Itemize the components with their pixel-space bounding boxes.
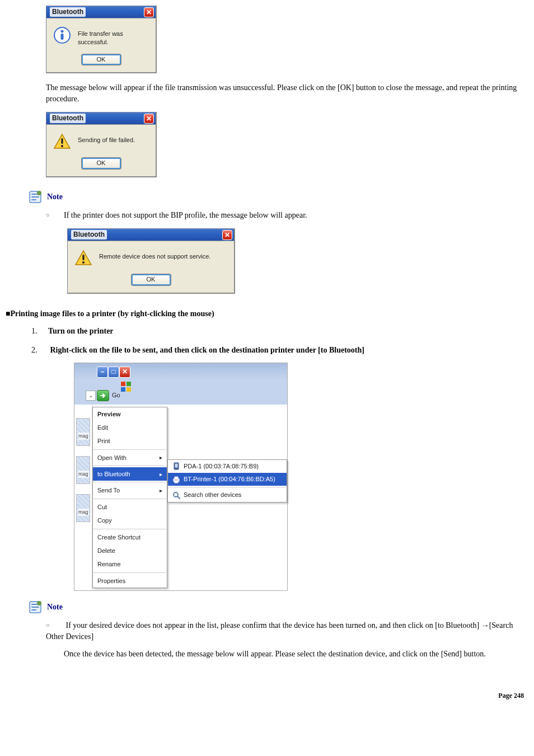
menu-delete[interactable]: Delete (93, 544, 167, 557)
dialog-message: Sending of file failed. (78, 133, 135, 144)
maximize-icon[interactable]: □ (108, 367, 119, 378)
menu-create-shortcut[interactable]: Create Shortcut (93, 530, 167, 544)
printer-icon (172, 476, 180, 483)
close-icon[interactable]: ✕ (222, 230, 232, 240)
svg-point-7 (37, 191, 41, 195)
warning-icon (53, 133, 71, 151)
note-icon (28, 190, 43, 204)
svg-rect-12 (127, 382, 131, 386)
menu-edit[interactable]: Edit (93, 421, 167, 434)
svg-point-1 (61, 30, 64, 33)
svg-point-23 (37, 601, 41, 605)
svg-rect-4 (61, 138, 63, 144)
dropdown-icon[interactable]: ⌄ (86, 391, 96, 401)
menu-preview[interactable]: Preview (93, 407, 167, 421)
svg-rect-2 (61, 34, 64, 40)
info-icon (53, 26, 71, 44)
svg-rect-14 (127, 387, 131, 392)
minimize-icon[interactable]: – (97, 367, 108, 378)
dialog-bluetooth-success: Bluetooth ✕ File transfer was successful… (46, 6, 157, 73)
step-2: Right-click on the file to be sent, and … (31, 345, 528, 591)
close-icon[interactable]: ✕ (144, 114, 154, 124)
svg-rect-9 (82, 255, 84, 260)
menu-to-bluetooth[interactable]: to Bluetooth▸ (93, 467, 167, 481)
ok-button[interactable]: OK (81, 157, 121, 169)
dialog-title: Bluetooth (50, 7, 86, 17)
note-item-bip: If the printer does not support the BIP … (46, 210, 528, 221)
svg-rect-18 (175, 477, 178, 479)
note-label: Note (47, 602, 63, 613)
file-thumbnail[interactable]: mag (76, 456, 90, 484)
go-label: Go (112, 391, 120, 400)
dialog-bluetooth-fail: Bluetooth ✕ Sending of file failed. OK (46, 112, 157, 177)
section-heading: Printing image files to a printer (by ri… (10, 308, 214, 320)
context-menu-screenshot: – □ ✕ ⌄ Go mag mag (74, 363, 288, 591)
bluetooth-submenu: PDA-1 (00:03:7A:08:75:B9) BT-Printer-1 (… (167, 459, 287, 503)
submenu-printer[interactable]: BT-Printer-1 (00:04:76:B6:BD:A5) (168, 473, 287, 486)
menu-copy[interactable]: Copy (93, 514, 167, 527)
dialog-title: Bluetooth (71, 230, 107, 240)
close-icon[interactable]: ✕ (144, 7, 154, 17)
menu-print[interactable]: Print (93, 434, 167, 448)
file-thumbnail[interactable]: mag (76, 418, 90, 446)
svg-rect-16 (175, 464, 178, 468)
note-label: Note (47, 191, 63, 203)
dialog-bluetooth-nosupport: Bluetooth ✕ Remote device does not suppo… (67, 228, 235, 293)
svg-rect-19 (175, 481, 178, 483)
svg-rect-13 (121, 387, 125, 392)
para-fail-intro: The message below will appear if the fil… (46, 82, 528, 104)
chevron-right-icon: ▸ (160, 487, 162, 495)
search-icon (172, 491, 180, 499)
menu-cut[interactable]: Cut (93, 500, 167, 514)
svg-rect-11 (121, 382, 125, 386)
svg-point-10 (82, 261, 85, 264)
menu-rename[interactable]: Rename (93, 557, 167, 571)
note-item-search-followup: Once the device has been detected, the m… (64, 649, 528, 660)
ok-button[interactable]: OK (81, 54, 121, 65)
note-item-search: If your desired device does not appear i… (46, 620, 528, 660)
context-menu: Preview Edit Print Open With▸ to Bluetoo… (92, 407, 167, 589)
menu-open-with[interactable]: Open With▸ (93, 451, 167, 464)
svg-point-5 (61, 145, 63, 147)
bullet-square: ■ (6, 308, 10, 320)
file-thumbnail[interactable]: mag (76, 494, 90, 522)
close-icon[interactable]: ✕ (119, 367, 130, 378)
warning-icon (74, 249, 92, 267)
note-icon (28, 600, 43, 614)
svg-line-21 (177, 496, 180, 499)
chevron-right-icon: ▸ (160, 471, 162, 478)
dialog-title: Bluetooth (50, 114, 86, 123)
chevron-right-icon: ▸ (160, 454, 162, 462)
dialog-message: Remote device does not support service. (99, 249, 210, 261)
dialog-message: File transfer was successful. (78, 26, 149, 47)
page-number: Page 248 (6, 691, 528, 701)
submenu-pda[interactable]: PDA-1 (00:03:7A:08:75:B9) (168, 460, 287, 473)
go-arrow-icon[interactable] (97, 390, 109, 401)
menu-properties[interactable]: Properties (93, 574, 167, 588)
menu-send-to[interactable]: Send To▸ (93, 483, 167, 497)
ok-button[interactable]: OK (131, 274, 171, 285)
pda-icon (172, 462, 180, 470)
windows-flag-icon (120, 381, 132, 392)
submenu-search[interactable]: Search other devices (168, 489, 287, 501)
step-1: Turn on the printer (31, 326, 528, 337)
